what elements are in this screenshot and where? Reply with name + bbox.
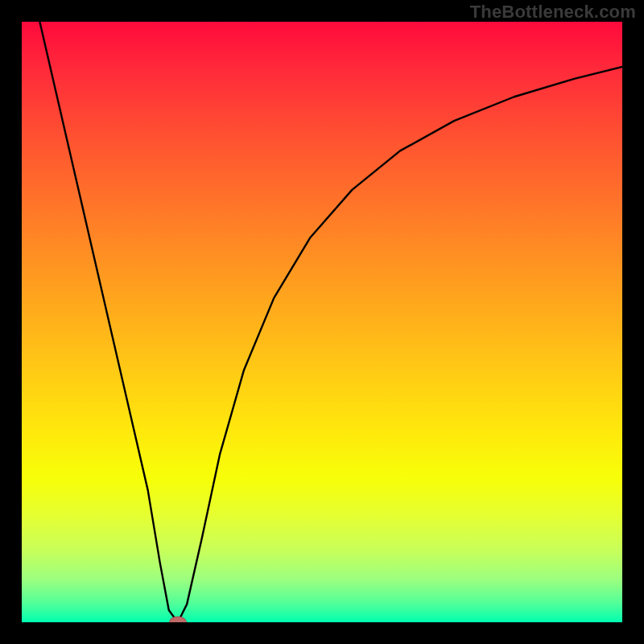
watermark-text: TheBottleneck.com [470, 2, 636, 23]
bottleneck-curve [39, 22, 622, 622]
curve-svg [22, 22, 622, 622]
chart-plot-area [22, 22, 622, 622]
